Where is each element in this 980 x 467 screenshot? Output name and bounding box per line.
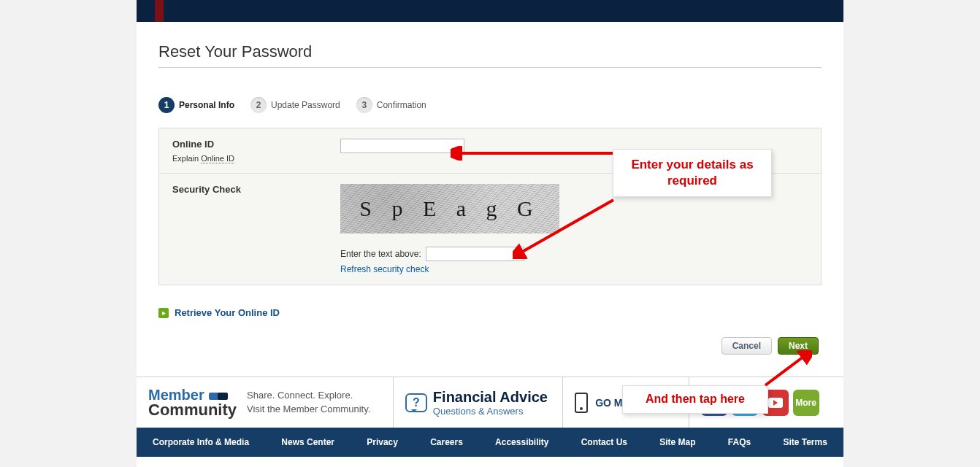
next-button[interactable]: Next xyxy=(778,337,819,355)
footer-privacy[interactable]: Privacy xyxy=(367,437,398,447)
callout-tap-here: And then tap here xyxy=(622,385,768,414)
member-community-tagline: Share. Connect. Explore. Visit the Membe… xyxy=(247,389,370,415)
retrieve-online-id-link[interactable]: Retrieve Your Online ID xyxy=(175,307,280,318)
captcha-image: S p E a g G xyxy=(340,184,559,234)
captcha-text: S p E a g G xyxy=(359,196,540,221)
step-personal-info: 1 Personal Info xyxy=(158,97,234,113)
step-badge: 3 xyxy=(356,97,372,113)
cancel-button[interactable]: Cancel xyxy=(721,337,772,355)
security-check-label: Security Check xyxy=(172,184,340,195)
phone-icon xyxy=(575,393,588,413)
action-buttons: Cancel Next xyxy=(158,337,822,355)
footer-site-map[interactable]: Site Map xyxy=(659,437,695,447)
speech-bubble-icon xyxy=(210,393,228,400)
step-label: Confirmation xyxy=(377,100,426,110)
footer-site-terms[interactable]: Site Terms xyxy=(783,437,827,447)
security-label-col: Security Check xyxy=(172,184,340,274)
online-id-label-col: Online ID Explain Online ID xyxy=(172,139,340,163)
step-confirmation: 3 Confirmation xyxy=(356,97,426,113)
online-id-input[interactable] xyxy=(340,139,464,153)
refresh-captcha-link[interactable]: Refresh security check xyxy=(340,264,808,274)
more-social-button[interactable]: More xyxy=(793,390,819,416)
footer-contact-us[interactable]: Contact Us xyxy=(581,437,627,447)
financial-advice-text: Financial Advice Questions & Answers xyxy=(433,389,548,417)
captcha-input[interactable] xyxy=(426,247,524,261)
step-badge: 1 xyxy=(158,97,175,113)
footer-news-center[interactable]: News Center xyxy=(281,437,334,447)
fa-title: Financial Advice xyxy=(433,389,548,406)
step-badge: 2 xyxy=(250,97,267,113)
tagline-1: Share. Connect. Explore. xyxy=(247,389,370,402)
step-label: Personal Info xyxy=(179,100,234,110)
footer-accessibility[interactable]: Accessibility xyxy=(495,437,548,447)
step-update-password: 2 Update Password xyxy=(250,97,340,113)
brand-accent xyxy=(155,0,164,22)
community-text: Community xyxy=(148,402,237,418)
security-field-col: S p E a g G Enter the text above: Refres… xyxy=(340,184,808,274)
page-title: Reset Your Password xyxy=(158,42,822,68)
captcha-enter-label: Enter the text above: xyxy=(340,249,421,259)
explain-prefix: Explain xyxy=(172,154,201,163)
bullet-icon: ▸ xyxy=(158,308,169,318)
page-wrapper: Reset Your Password 1 Personal Info 2 Up… xyxy=(137,0,843,467)
footer-faqs[interactable]: FAQs xyxy=(728,437,751,447)
financial-advice-promo[interactable]: ? Financial Advice Questions & Answers xyxy=(394,377,563,428)
captcha-input-row: Enter the text above: xyxy=(340,247,808,261)
explain-text: Explain Online ID xyxy=(172,154,340,163)
tagline-2: Visit the Member Community. xyxy=(247,403,370,416)
step-indicator: 1 Personal Info 2 Update Password 3 Conf… xyxy=(158,97,822,113)
fa-subtitle: Questions & Answers xyxy=(433,406,548,417)
callout-enter-details: Enter your details as required xyxy=(613,149,772,197)
footer-nav: Corporate Info & Media News Center Priva… xyxy=(137,428,843,457)
top-bar xyxy=(137,0,843,22)
member-community-logo: Member Community xyxy=(148,387,237,418)
question-bubble-icon: ? xyxy=(405,393,427,412)
explain-online-id-link[interactable]: Online ID xyxy=(201,154,234,163)
online-id-label: Online ID xyxy=(172,139,340,150)
retrieve-row: ▸ Retrieve Your Online ID xyxy=(158,307,822,318)
footer-careers[interactable]: Careers xyxy=(430,437,463,447)
member-community-promo[interactable]: Member Community Share. Connect. Explore… xyxy=(137,377,394,428)
footer-corporate-info[interactable]: Corporate Info & Media xyxy=(153,437,249,447)
step-label: Update Password xyxy=(271,100,340,110)
